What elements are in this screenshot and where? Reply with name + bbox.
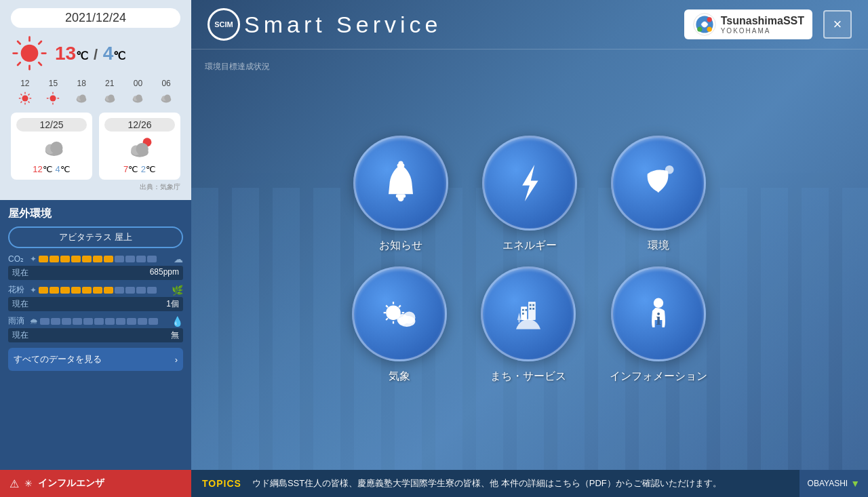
alert-text: インフルエンザ: [38, 477, 104, 490]
energy-label: エネルギー: [502, 239, 557, 253]
service-button[interactable]: [481, 266, 576, 361]
svg-point-0: [21, 45, 39, 62]
alert-section: ⚠ ✳ インフルエンザ: [0, 470, 191, 497]
outdoor-section: 屋外環境 アビタテラス 屋上 CO₂ ✦ ☁ 現在 685ppm 花粉 ✦: [0, 200, 191, 470]
leaf-icon: [634, 159, 683, 207]
pollen-icon-left: ✦: [30, 285, 37, 295]
menu-item-info[interactable]: i インフォメーション: [610, 266, 707, 384]
environment-button[interactable]: [611, 136, 706, 231]
svg-marker-52: [522, 165, 538, 201]
close-button[interactable]: ×: [823, 10, 852, 39]
energy-button[interactable]: [482, 136, 577, 231]
svg-point-47: [707, 27, 711, 32]
ticker-text: ウド綱島SST住人の皆様、慶應義塾大学国際学生寮の皆様、他 本件の詳細はこちら（…: [252, 477, 800, 490]
rain-bar-area: 🌧 💧: [30, 316, 183, 327]
hour-item: 06: [159, 79, 174, 106]
svg-line-5: [18, 41, 20, 44]
bar-segment: [147, 256, 157, 262]
bar-segment: [149, 318, 158, 325]
today-weather: 13℃ / 4℃: [11, 35, 180, 72]
bar-segment: [136, 287, 146, 294]
menu-item-notice[interactable]: お知らせ: [353, 136, 448, 253]
menu-item-energy[interactable]: エネルギー: [482, 136, 577, 253]
rain-icon-right: 💧: [172, 316, 183, 327]
bar-segment: [104, 287, 113, 294]
weather-icon: [375, 290, 424, 338]
rain-icon-left: 🌧: [30, 317, 38, 326]
pollen-label: 花粉: [8, 284, 30, 296]
svg-rect-74: [532, 308, 534, 310]
svg-rect-73: [530, 308, 532, 310]
pollen-value-row: 現在 1個: [8, 297, 183, 311]
outdoor-title: 屋外環境: [8, 207, 183, 221]
menu-item-environment[interactable]: 環境: [611, 136, 706, 253]
cloud-icon-small: [74, 91, 89, 106]
notice-button[interactable]: [353, 136, 448, 231]
scim-circle: SCIM: [208, 8, 240, 41]
bar-segment: [51, 318, 60, 325]
svg-point-51: [398, 161, 403, 166]
pollen-bar-area: ✦ 🌿: [30, 285, 183, 296]
svg-point-31: [136, 95, 142, 101]
svg-line-8: [18, 62, 20, 65]
temp-display: 13℃ / 4℃: [55, 43, 125, 64]
info-button[interactable]: i: [611, 266, 706, 361]
forecast-day-2: 12/26 7℃ 2℃: [99, 113, 180, 180]
bar-segment: [93, 287, 102, 294]
co2-value: 685ppm: [33, 266, 183, 280]
svg-text:i: i: [656, 310, 660, 328]
cloud-icon-small: [130, 91, 145, 106]
left-panel: 2021/12/24: [0, 0, 191, 470]
co2-icon-right: ☁: [174, 254, 183, 264]
brand-emblem-icon: [692, 12, 717, 37]
pollen-value: 1個: [33, 297, 183, 311]
bar-segment: [60, 287, 70, 294]
svg-line-14: [20, 94, 22, 95]
svg-rect-68: [526, 309, 528, 311]
pollen-bars: [39, 287, 170, 294]
svg-point-76: [654, 298, 663, 308]
sun-icon: [11, 35, 48, 72]
svg-rect-70: [528, 302, 536, 320]
brand-logo: TsunashimaSST YOKOHAMA: [684, 9, 812, 39]
forecast-row: 12/25 12℃ 4℃ 12/26: [11, 113, 180, 180]
pollen-row: 花粉 ✦ 🌿: [8, 284, 183, 296]
location-button[interactable]: アビタテラス 屋上: [8, 226, 183, 248]
menu-item-service[interactable]: まち・サービス: [481, 266, 576, 384]
bar-segment: [62, 318, 71, 325]
brand-name: TsunashimaSST: [721, 14, 804, 28]
bar-segment: [94, 318, 104, 325]
svg-point-44: [702, 22, 707, 26]
weather-button[interactable]: [352, 266, 447, 361]
weather-section: 2021/12/24: [0, 0, 191, 200]
svg-line-17: [20, 102, 22, 103]
bar-segment: [115, 256, 124, 262]
bar-segment: [104, 256, 113, 262]
svg-rect-75: [519, 320, 520, 323]
svg-point-34: [164, 95, 170, 101]
svg-rect-72: [532, 304, 534, 306]
rain-bars: [40, 318, 170, 325]
logo-area: SCIM Smart Service: [208, 8, 442, 41]
service-label: まち・サービス: [490, 370, 566, 384]
svg-point-53: [665, 165, 674, 174]
rain-value: 無: [33, 328, 183, 342]
notice-label: お知らせ: [379, 239, 422, 253]
co2-label: CO₂: [8, 254, 30, 264]
obayashi-badge: OBAYASHI ▼: [800, 470, 868, 497]
hour-item: 21: [102, 79, 117, 106]
environment-label: 環境: [648, 239, 669, 253]
info-label: インフォメーション: [610, 370, 707, 384]
city-icon: [504, 290, 553, 338]
svg-rect-69: [522, 313, 524, 315]
bar-segment: [71, 287, 81, 294]
forecast-date-1: 12/25: [16, 118, 87, 132]
svg-rect-66: [521, 306, 527, 320]
see-all-button[interactable]: すべてのデータを見る ›: [8, 348, 183, 371]
bar-segment: [82, 256, 92, 262]
hourly-row: 12 15 18 21 00: [11, 79, 180, 106]
co2-value-row: 現在 685ppm: [8, 266, 183, 280]
menu-item-weather[interactable]: 気象: [352, 266, 447, 384]
forecast-temps-2: 7℃ 2℃: [123, 164, 156, 174]
svg-point-28: [108, 95, 114, 101]
